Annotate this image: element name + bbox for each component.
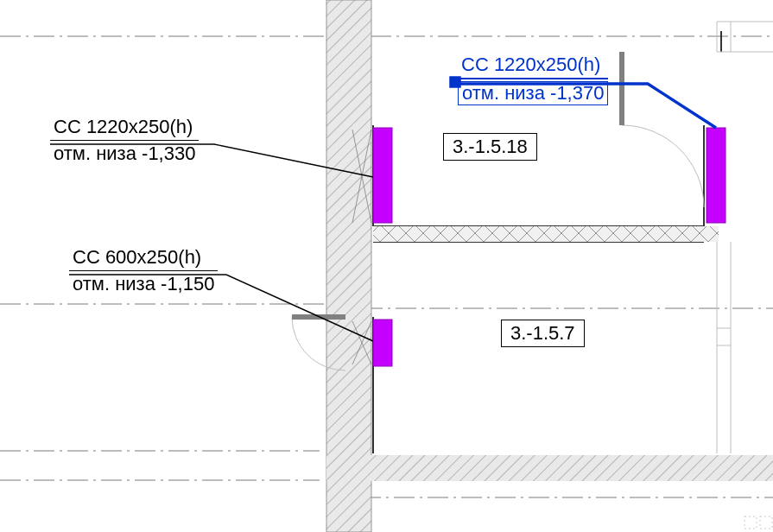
opening-cc-600 <box>373 320 392 366</box>
annotation-size-text: CC 600x250(h) <box>69 246 218 271</box>
annotation-elev-text: отм. низа -1,150 <box>69 273 218 295</box>
room-tag-upper[interactable]: 3.-1.5.18 <box>443 133 537 161</box>
wall-horizontal <box>373 226 719 242</box>
opening-cc-1220-left <box>373 128 392 223</box>
leader-lines <box>50 144 373 341</box>
svg-rect-18 <box>373 226 719 242</box>
column-vertical <box>326 0 371 532</box>
annotation-cc-600[interactable]: CC 600x250(h) отм. низа -1,150 <box>69 246 218 295</box>
svg-rect-20 <box>326 455 773 481</box>
annotation-elev-text: отм. низа -1,330 <box>50 142 199 165</box>
misc-marks <box>744 516 772 529</box>
partitions-right <box>717 242 731 453</box>
annotation-elev-text: отм. низа -1,370 <box>458 81 608 105</box>
svg-rect-33 <box>760 516 772 529</box>
wall-bottom <box>326 455 773 481</box>
svg-rect-32 <box>744 516 757 529</box>
svg-rect-9 <box>326 0 371 532</box>
annotation-cc-1220-left[interactable]: CC 1220x250(h) отм. низа -1,330 <box>50 116 199 165</box>
room-tag-lower[interactable]: 3.-1.5.7 <box>501 320 585 347</box>
opening-cc-1220-right <box>706 128 725 223</box>
annotation-size-text: CC 1220x250(h) <box>458 54 608 79</box>
annotation-cc-1220-right[interactable]: CC 1220x250(h) отм. низа -1,370 <box>458 54 608 105</box>
annotation-size-text: CC 1220x250(h) <box>50 116 199 141</box>
